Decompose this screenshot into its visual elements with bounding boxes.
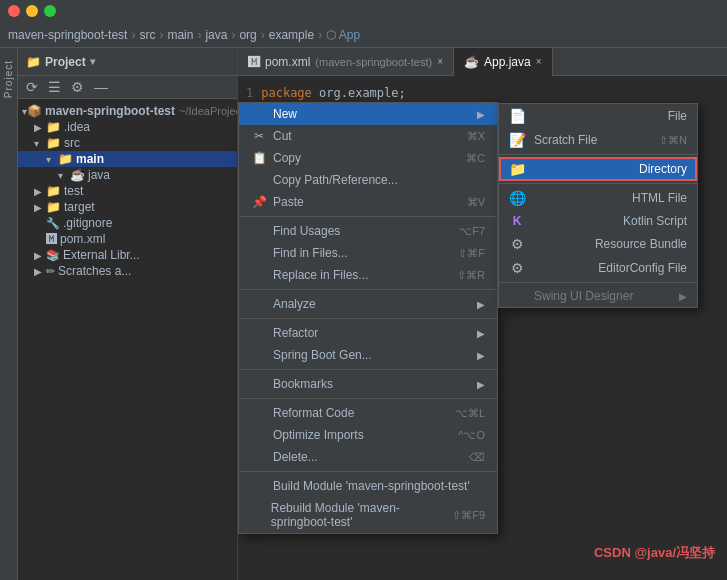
tree-item-scratches[interactable]: ▶ ✏ Scratches a... xyxy=(18,263,237,279)
breadcrumb-separator: › xyxy=(197,28,201,42)
menu-item-copy-path[interactable]: Copy Path/Reference... xyxy=(239,169,497,191)
paste-icon: 📌 xyxy=(251,195,267,209)
tab-app[interactable]: ☕ App.java × xyxy=(454,48,553,76)
breadcrumb-part-app: ⬡ App xyxy=(326,28,360,42)
panel-header: 📁 Project ▾ xyxy=(18,48,237,76)
tree-item-target[interactable]: ▶ 📁 target xyxy=(18,199,237,215)
editor-area: 🅼 pom.xml (maven-springboot-test) × ☕ Ap… xyxy=(238,48,727,580)
tab-pom-close[interactable]: × xyxy=(437,56,443,67)
menu-analyze-label: Analyze xyxy=(273,297,316,311)
menu-item-rebuild-module[interactable]: Rebuild Module 'maven-springboot-test' ⇧… xyxy=(239,497,497,533)
menu-item-paste[interactable]: 📌 Paste ⌘V xyxy=(239,191,497,213)
menu-item-analyze[interactable]: Analyze ▶ xyxy=(239,293,497,315)
menu-item-spring-boot-gen[interactable]: Spring Boot Gen... ▶ xyxy=(239,344,497,366)
menu-item-bookmarks[interactable]: Bookmarks ▶ xyxy=(239,373,497,395)
menu-copy-shortcut: ⌘C xyxy=(466,152,485,165)
menu-delete-shortcut: ⌫ xyxy=(469,451,485,464)
breadcrumb: maven-springboot-test › src › main › jav… xyxy=(0,22,727,48)
copy-icon: 📋 xyxy=(251,151,267,165)
menu-item-new[interactable]: New ▶ xyxy=(239,103,497,125)
menu-reformat-shortcut: ⌥⌘L xyxy=(455,407,485,420)
directory-icon: 📁 xyxy=(509,161,525,177)
analyze-arrow-icon: ▶ xyxy=(477,299,485,310)
breadcrumb-part: example xyxy=(269,28,314,42)
menu-item-find-usages[interactable]: Find Usages ⌥F7 xyxy=(239,220,497,242)
panel-toolbar: ⟳ ☰ ⚙ — xyxy=(18,76,237,99)
minimize-button[interactable] xyxy=(26,5,38,17)
breadcrumb-part: java xyxy=(205,28,227,42)
submenu-item-editorconfig[interactable]: ⚙ EditorConfig File xyxy=(499,256,697,280)
tree-item-main[interactable]: ▾ 📁 main xyxy=(18,151,237,167)
menu-optimize-shortcut: ^⌥O xyxy=(458,429,485,442)
menu-cut-label: Cut xyxy=(273,129,292,143)
menu-cut-shortcut: ⌘X xyxy=(467,130,485,143)
submenu-new: 📄 File 📝 Scratch File ⇧⌘N 📁 Directory 🌐 … xyxy=(498,103,698,308)
submenu-item-file[interactable]: 📄 File xyxy=(499,104,697,128)
menu-spring-boot-gen-label: Spring Boot Gen... xyxy=(273,348,372,362)
tree-item-ext-libs[interactable]: ▶ 📚 External Libr... xyxy=(18,247,237,263)
menu-item-refactor[interactable]: Refactor ▶ xyxy=(239,322,497,344)
submenu-item-kotlin-script[interactable]: K Kotlin Script xyxy=(499,210,697,232)
submenu-file-label: File xyxy=(668,109,687,123)
submenu-editorconfig-label: EditorConfig File xyxy=(598,261,687,275)
tree-item-java[interactable]: ▾ ☕ java xyxy=(18,167,237,183)
bookmarks-arrow-icon: ▶ xyxy=(477,379,485,390)
menu-replace-files-shortcut: ⇧⌘R xyxy=(457,269,485,282)
scratch-shortcut: ⇧⌘N xyxy=(659,134,687,147)
menu-item-reformat[interactable]: Reformat Code ⌥⌘L xyxy=(239,402,497,424)
menu-separator-6 xyxy=(239,471,497,472)
submenu-resource-label: Resource Bundle xyxy=(595,237,687,251)
menu-copy-path-label: Copy Path/Reference... xyxy=(273,173,398,187)
breadcrumb-separator: › xyxy=(159,28,163,42)
sidebar-strip-label: Project xyxy=(3,60,14,98)
menu-separator-5 xyxy=(239,398,497,399)
menu-item-find-in-files[interactable]: Find in Files... ⇧⌘F xyxy=(239,242,497,264)
menu-item-delete[interactable]: Delete... ⌫ xyxy=(239,446,497,468)
menu-delete-label: Delete... xyxy=(273,450,318,464)
kotlin-icon: K xyxy=(509,214,525,228)
spring-arrow-icon: ▶ xyxy=(477,350,485,361)
submenu-item-html-file[interactable]: 🌐 HTML File xyxy=(499,186,697,210)
tab-pom[interactable]: 🅼 pom.xml (maven-springboot-test) × xyxy=(238,48,454,76)
maximize-button[interactable] xyxy=(44,5,56,17)
settings-button[interactable]: ⚙ xyxy=(69,78,86,96)
sync-button[interactable]: ⟳ xyxy=(24,78,40,96)
close-panel-button[interactable]: — xyxy=(92,78,110,96)
file-icon: 📄 xyxy=(509,108,525,124)
menu-item-cut[interactable]: ✂ Cut ⌘X xyxy=(239,125,497,147)
submenu-item-directory[interactable]: 📁 Directory xyxy=(499,157,697,181)
breadcrumb-part: org xyxy=(239,28,256,42)
tab-app-icon: ☕ xyxy=(464,55,479,69)
menu-item-replace-in-files[interactable]: Replace in Files... ⇧⌘R xyxy=(239,264,497,286)
menu-item-copy[interactable]: 📋 Copy ⌘C xyxy=(239,147,497,169)
breadcrumb-part: main xyxy=(167,28,193,42)
tree-item-src[interactable]: ▾ 📁 src xyxy=(18,135,237,151)
tree-item-test[interactable]: ▶ 📁 test xyxy=(18,183,237,199)
tab-pom-subtitle: (maven-springboot-test) xyxy=(315,56,432,68)
menu-bookmarks-label: Bookmarks xyxy=(273,377,333,391)
close-button[interactable] xyxy=(8,5,20,17)
menu-build-module-label: Build Module 'maven-springboot-test' xyxy=(273,479,470,493)
breadcrumb-separator: › xyxy=(231,28,235,42)
tree-item-pom[interactable]: 🅼 pom.xml xyxy=(18,231,237,247)
submenu-arrow-icon: ▶ xyxy=(477,109,485,120)
tree-item-idea[interactable]: ▶ 📁 .idea xyxy=(18,119,237,135)
breadcrumb-part: src xyxy=(139,28,155,42)
menu-find-usages-shortcut: ⌥F7 xyxy=(459,225,485,238)
tab-app-close[interactable]: × xyxy=(536,56,542,67)
tree-item-gitignore[interactable]: 🔧 .gitignore xyxy=(18,215,237,231)
submenu-item-scratch-file[interactable]: 📝 Scratch File ⇧⌘N xyxy=(499,128,697,152)
menu-item-build-module[interactable]: Build Module 'maven-springboot-test' xyxy=(239,475,497,497)
collapse-button[interactable]: ☰ xyxy=(46,78,63,96)
menu-replace-files-label: Replace in Files... xyxy=(273,268,368,282)
menu-paste-shortcut: ⌘V xyxy=(467,196,485,209)
tree-item-root[interactable]: ▾ 📦 maven-springboot-test ~/IdeaProjects… xyxy=(18,103,237,119)
swing-arrow-icon: ▶ xyxy=(679,291,687,302)
menu-separator-3 xyxy=(239,318,497,319)
file-tree: ▾ 📦 maven-springboot-test ~/IdeaProjects… xyxy=(18,99,237,580)
menu-find-files-label: Find in Files... xyxy=(273,246,348,260)
menu-item-optimize-imports[interactable]: Optimize Imports ^⌥O xyxy=(239,424,497,446)
submenu-html-label: HTML File xyxy=(632,191,687,205)
submenu-item-resource-bundle[interactable]: ⚙ Resource Bundle xyxy=(499,232,697,256)
panel-title: Project xyxy=(45,55,86,69)
